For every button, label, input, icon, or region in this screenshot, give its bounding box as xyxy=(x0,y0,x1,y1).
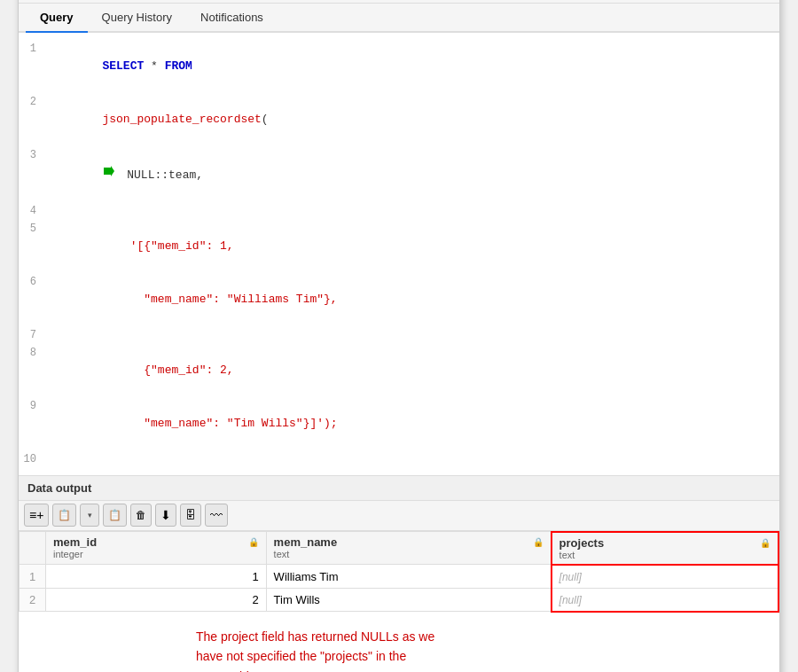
cell-mem-name-1: Williams Tim xyxy=(266,565,552,589)
copy-dropdown-btn[interactable]: ▾ xyxy=(80,504,99,527)
graph-btn[interactable]: 〰 xyxy=(205,504,228,527)
output-toolbar: ≡+ 📋 ▾ 📋 🗑 ⬇ 🗄 〰 xyxy=(19,501,779,531)
line-number-8: 8 xyxy=(19,344,47,362)
line-content-7 xyxy=(47,326,779,344)
null-value-1: [null] xyxy=(559,571,582,583)
download-dropdown-btn[interactable]: 🗄 xyxy=(180,504,201,527)
table-row: 1 1 Williams Tim [null] xyxy=(20,565,779,589)
line-content-8: {"mem_id": 2, xyxy=(47,344,779,397)
line-content-9: "mem_name": "Tim Wills"}]'); xyxy=(47,397,779,450)
annotation-content: The project field has returned NULLs as … xyxy=(196,629,434,672)
cell-mem-name-2: Tim Wills xyxy=(266,588,552,612)
editor-line-7: 7 xyxy=(19,326,779,344)
download-btn[interactable]: ⬇ xyxy=(155,504,176,527)
editor-line-1: 1 SELECT * FROM xyxy=(19,40,779,93)
line-number-5: 5 xyxy=(19,220,47,238)
delete-row-btn[interactable]: 🗑 xyxy=(130,504,152,527)
line-number-7: 7 xyxy=(19,326,47,344)
graph-icon: 〰 xyxy=(210,508,223,522)
editor-line-5: 5 '[{"mem_id": 1, xyxy=(19,220,779,273)
line-number-9: 9 xyxy=(19,397,47,415)
chevron-down-icon-7: ▾ xyxy=(88,511,92,520)
editor-line-3: 3 NULL::team, xyxy=(19,146,779,202)
cell-mem-id-1: 1 xyxy=(46,565,267,589)
add-row-icon: ≡+ xyxy=(29,508,43,522)
col-header-mem-id: mem_id 🔒 integer xyxy=(46,532,267,565)
trash-icon: 🗑 xyxy=(136,509,146,521)
cell-mem-id-2: 2 xyxy=(46,588,267,612)
line-number-6: 6 xyxy=(19,273,47,291)
null-value-2: [null] xyxy=(559,594,582,606)
data-output-section: Data output xyxy=(19,476,779,501)
download-icon: ⬇ xyxy=(160,508,171,522)
col-name-projects: projects xyxy=(559,536,605,550)
line-number-2: 2 xyxy=(19,93,47,111)
arrow-right-icon xyxy=(102,164,116,178)
line-number-4: 4 xyxy=(19,202,47,220)
editor-line-4: 4 xyxy=(19,202,779,220)
result-table: mem_id 🔒 integer mem_name 🔒 text xyxy=(19,531,779,613)
editor-line-6: 6 "mem_name": "Williams Tim"}, xyxy=(19,273,779,326)
add-row-btn[interactable]: ≡+ xyxy=(24,504,49,527)
line-content-5: '[{"mem_id": 1, xyxy=(47,220,779,273)
col-type-mem-name: text xyxy=(274,549,544,559)
line-number-3: 3 xyxy=(19,146,47,164)
paste-btn[interactable]: 📋 xyxy=(103,504,127,527)
line-content-4 xyxy=(47,202,779,220)
line-content-6: "mem_name": "Williams Tim"}, xyxy=(47,273,779,326)
tab-query-history[interactable]: Query History xyxy=(88,4,186,33)
row-num-header xyxy=(20,532,46,565)
col-name-mem-name: mem_name xyxy=(274,535,338,549)
cell-projects-2: [null] xyxy=(552,588,778,612)
tab-query[interactable]: Query xyxy=(26,4,88,33)
col-type-mem-id: integer xyxy=(53,549,259,559)
table-row: 2 2 Tim Wills [null] xyxy=(20,588,779,612)
col-name-mem-id: mem_id xyxy=(53,535,97,549)
db-small-icon: 🗄 xyxy=(185,509,196,521)
data-table-wrapper: mem_id 🔒 integer mem_name 🔒 text xyxy=(19,531,779,613)
editor-line-9: 9 "mem_name": "Tim Wills"}]'); xyxy=(19,397,779,450)
paste-icon: 📋 xyxy=(108,509,121,521)
svg-marker-0 xyxy=(104,166,114,176)
annotation-text: The project field has returned NULLs as … xyxy=(19,613,779,672)
tab-bar: Query Query History Notifications xyxy=(19,4,779,33)
data-output-label: Data output xyxy=(27,481,91,495)
lock-icon-projects: 🔒 xyxy=(760,538,771,548)
table-header-row: mem_id 🔒 integer mem_name 🔒 text xyxy=(20,532,779,565)
app-window: 📁 💾 ▾ ✏ ▾ ▽ ▾ xyxy=(18,0,780,672)
line-content-10 xyxy=(47,450,779,468)
line-content-1: SELECT * FROM xyxy=(47,40,779,93)
col-header-mem-name: mem_name 🔒 text xyxy=(266,532,552,565)
line-content-2: json_populate_recordset( xyxy=(47,93,779,146)
copy-btn[interactable]: 📋 xyxy=(52,504,76,527)
editor-line-10: 10 xyxy=(19,450,779,468)
lock-icon-mem-name: 🔒 xyxy=(533,537,544,547)
tab-notifications[interactable]: Notifications xyxy=(186,4,278,33)
col-type-projects: text xyxy=(559,550,771,560)
cell-projects-1: [null] xyxy=(552,565,778,589)
copy-icon: 📋 xyxy=(58,509,71,521)
editor-line-2: 2 json_populate_recordset( xyxy=(19,93,779,146)
row-num-2: 2 xyxy=(20,588,46,612)
sql-editor[interactable]: 1 SELECT * FROM 2 json_populate_recordse… xyxy=(19,33,779,476)
lock-icon-mem-id: 🔒 xyxy=(248,537,259,547)
row-num-1: 1 xyxy=(20,565,46,589)
line-number-1: 1 xyxy=(19,40,47,58)
line-content-3: NULL::team, xyxy=(47,146,779,202)
line-number-10: 10 xyxy=(19,450,47,468)
col-header-projects: projects 🔒 text xyxy=(552,532,778,565)
editor-line-8: 8 {"mem_id": 2, xyxy=(19,344,779,397)
